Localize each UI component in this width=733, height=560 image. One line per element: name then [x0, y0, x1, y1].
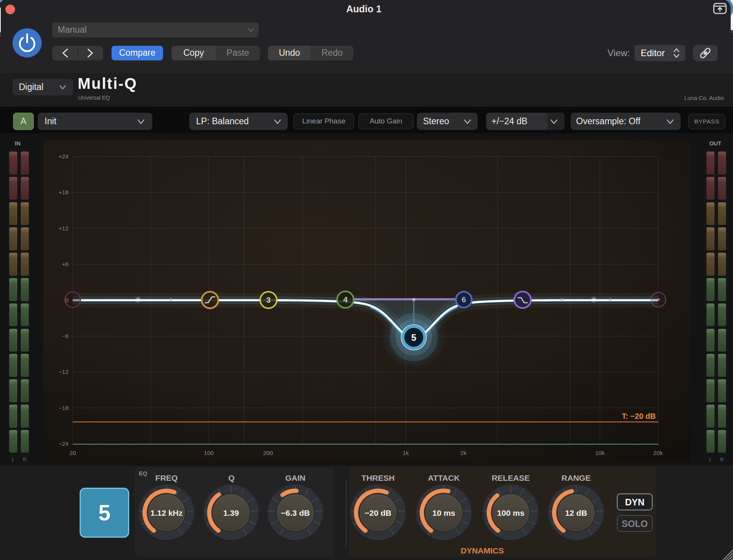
svg-text:5: 5 [411, 332, 416, 343]
svg-text:1.39: 1.39 [223, 508, 239, 517]
svg-text:2k: 2k [460, 450, 467, 456]
svg-text:100: 100 [204, 450, 214, 456]
svg-text:−6.3 dB: −6.3 dB [281, 508, 310, 517]
svg-text:1k: 1k [403, 450, 409, 456]
svg-text:+12: +12 [59, 225, 68, 232]
svg-text:200: 200 [263, 450, 273, 456]
svg-text:+18: +18 [59, 189, 68, 195]
svg-text:20k: 20k [653, 450, 663, 456]
svg-text:10k: 10k [595, 450, 605, 456]
svg-text:−18: −18 [59, 405, 68, 411]
svg-text:3: 3 [266, 295, 271, 304]
svg-text:+24: +24 [59, 153, 68, 160]
svg-text:−20 dB: −20 dB [365, 508, 391, 517]
svg-text:10 ms: 10 ms [432, 508, 455, 517]
svg-text:12 dB: 12 dB [565, 508, 587, 517]
svg-text:−6: −6 [62, 333, 68, 339]
svg-text:6: 6 [461, 295, 466, 304]
svg-text:+6: +6 [62, 261, 68, 267]
svg-text:4: 4 [343, 295, 348, 304]
svg-text:−12: −12 [59, 368, 68, 375]
svg-text:1.12 kHz: 1.12 kHz [150, 508, 183, 517]
svg-text:20: 20 [69, 450, 76, 456]
svg-text:0: 0 [65, 297, 68, 303]
svg-text:T: −20 dB: T: −20 dB [622, 412, 656, 420]
svg-text:−24: −24 [59, 440, 68, 447]
svg-text:100 ms: 100 ms [497, 508, 524, 517]
